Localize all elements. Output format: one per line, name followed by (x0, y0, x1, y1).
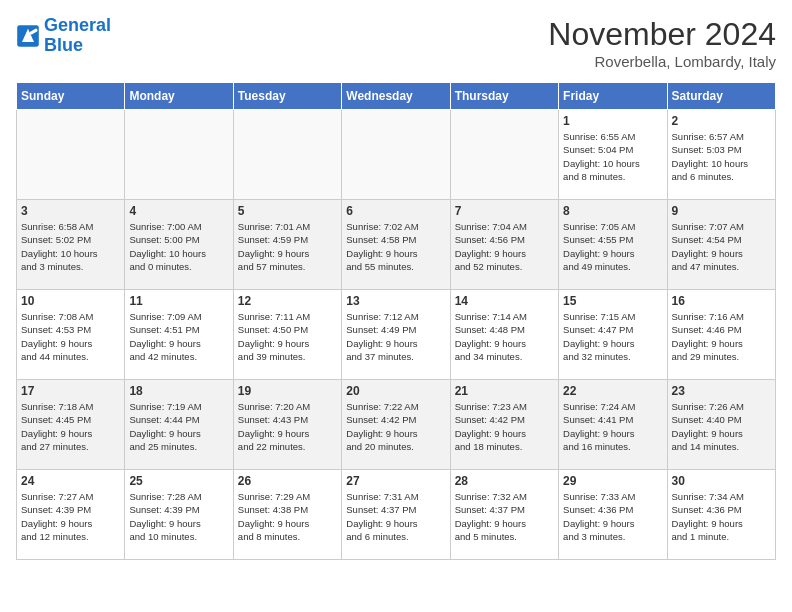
calendar-cell: 11Sunrise: 7:09 AM Sunset: 4:51 PM Dayli… (125, 290, 233, 380)
cell-info: Sunrise: 7:34 AM Sunset: 4:36 PM Dayligh… (672, 490, 771, 543)
day-number: 28 (455, 474, 554, 488)
day-header-monday: Monday (125, 83, 233, 110)
day-number: 27 (346, 474, 445, 488)
cell-info: Sunrise: 7:12 AM Sunset: 4:49 PM Dayligh… (346, 310, 445, 363)
day-number: 30 (672, 474, 771, 488)
day-number: 13 (346, 294, 445, 308)
cell-info: Sunrise: 7:26 AM Sunset: 4:40 PM Dayligh… (672, 400, 771, 453)
day-number: 4 (129, 204, 228, 218)
day-number: 19 (238, 384, 337, 398)
calendar-cell: 6Sunrise: 7:02 AM Sunset: 4:58 PM Daylig… (342, 200, 450, 290)
location: Roverbella, Lombardy, Italy (548, 53, 776, 70)
calendar-header-row: SundayMondayTuesdayWednesdayThursdayFrid… (17, 83, 776, 110)
day-number: 7 (455, 204, 554, 218)
cell-info: Sunrise: 6:57 AM Sunset: 5:03 PM Dayligh… (672, 130, 771, 183)
calendar-cell: 8Sunrise: 7:05 AM Sunset: 4:55 PM Daylig… (559, 200, 667, 290)
calendar-cell: 9Sunrise: 7:07 AM Sunset: 4:54 PM Daylig… (667, 200, 775, 290)
cell-info: Sunrise: 7:15 AM Sunset: 4:47 PM Dayligh… (563, 310, 662, 363)
day-header-saturday: Saturday (667, 83, 775, 110)
calendar-cell: 15Sunrise: 7:15 AM Sunset: 4:47 PM Dayli… (559, 290, 667, 380)
day-header-tuesday: Tuesday (233, 83, 341, 110)
calendar-week-row: 17Sunrise: 7:18 AM Sunset: 4:45 PM Dayli… (17, 380, 776, 470)
day-number: 9 (672, 204, 771, 218)
calendar-cell: 21Sunrise: 7:23 AM Sunset: 4:42 PM Dayli… (450, 380, 558, 470)
day-number: 3 (21, 204, 120, 218)
cell-info: Sunrise: 7:27 AM Sunset: 4:39 PM Dayligh… (21, 490, 120, 543)
day-header-sunday: Sunday (17, 83, 125, 110)
day-number: 10 (21, 294, 120, 308)
calendar-cell: 2Sunrise: 6:57 AM Sunset: 5:03 PM Daylig… (667, 110, 775, 200)
calendar-cell: 22Sunrise: 7:24 AM Sunset: 4:41 PM Dayli… (559, 380, 667, 470)
cell-info: Sunrise: 6:58 AM Sunset: 5:02 PM Dayligh… (21, 220, 120, 273)
day-header-thursday: Thursday (450, 83, 558, 110)
calendar-cell: 3Sunrise: 6:58 AM Sunset: 5:02 PM Daylig… (17, 200, 125, 290)
calendar-week-row: 24Sunrise: 7:27 AM Sunset: 4:39 PM Dayli… (17, 470, 776, 560)
calendar-cell: 24Sunrise: 7:27 AM Sunset: 4:39 PM Dayli… (17, 470, 125, 560)
day-number: 29 (563, 474, 662, 488)
cell-info: Sunrise: 7:05 AM Sunset: 4:55 PM Dayligh… (563, 220, 662, 273)
day-number: 17 (21, 384, 120, 398)
calendar-cell: 17Sunrise: 7:18 AM Sunset: 4:45 PM Dayli… (17, 380, 125, 470)
calendar-cell: 16Sunrise: 7:16 AM Sunset: 4:46 PM Dayli… (667, 290, 775, 380)
calendar-cell (233, 110, 341, 200)
calendar-week-row: 10Sunrise: 7:08 AM Sunset: 4:53 PM Dayli… (17, 290, 776, 380)
day-number: 22 (563, 384, 662, 398)
cell-info: Sunrise: 7:08 AM Sunset: 4:53 PM Dayligh… (21, 310, 120, 363)
cell-info: Sunrise: 7:01 AM Sunset: 4:59 PM Dayligh… (238, 220, 337, 273)
cell-info: Sunrise: 7:24 AM Sunset: 4:41 PM Dayligh… (563, 400, 662, 453)
calendar-cell (450, 110, 558, 200)
cell-info: Sunrise: 7:22 AM Sunset: 4:42 PM Dayligh… (346, 400, 445, 453)
calendar-cell: 28Sunrise: 7:32 AM Sunset: 4:37 PM Dayli… (450, 470, 558, 560)
day-number: 23 (672, 384, 771, 398)
cell-info: Sunrise: 7:28 AM Sunset: 4:39 PM Dayligh… (129, 490, 228, 543)
calendar-cell (17, 110, 125, 200)
day-number: 12 (238, 294, 337, 308)
calendar-cell: 23Sunrise: 7:26 AM Sunset: 4:40 PM Dayli… (667, 380, 775, 470)
calendar-cell (342, 110, 450, 200)
cell-info: Sunrise: 6:55 AM Sunset: 5:04 PM Dayligh… (563, 130, 662, 183)
cell-info: Sunrise: 7:04 AM Sunset: 4:56 PM Dayligh… (455, 220, 554, 273)
day-number: 21 (455, 384, 554, 398)
calendar-cell: 18Sunrise: 7:19 AM Sunset: 4:44 PM Dayli… (125, 380, 233, 470)
calendar-cell: 20Sunrise: 7:22 AM Sunset: 4:42 PM Dayli… (342, 380, 450, 470)
day-number: 8 (563, 204, 662, 218)
day-header-friday: Friday (559, 83, 667, 110)
logo-name-blue: Blue (44, 35, 83, 55)
calendar-cell: 4Sunrise: 7:00 AM Sunset: 5:00 PM Daylig… (125, 200, 233, 290)
cell-info: Sunrise: 7:14 AM Sunset: 4:48 PM Dayligh… (455, 310, 554, 363)
day-number: 14 (455, 294, 554, 308)
calendar-week-row: 3Sunrise: 6:58 AM Sunset: 5:02 PM Daylig… (17, 200, 776, 290)
calendar-cell: 19Sunrise: 7:20 AM Sunset: 4:43 PM Dayli… (233, 380, 341, 470)
cell-info: Sunrise: 7:18 AM Sunset: 4:45 PM Dayligh… (21, 400, 120, 453)
day-header-wednesday: Wednesday (342, 83, 450, 110)
day-number: 25 (129, 474, 228, 488)
calendar-cell: 27Sunrise: 7:31 AM Sunset: 4:37 PM Dayli… (342, 470, 450, 560)
calendar-cell: 30Sunrise: 7:34 AM Sunset: 4:36 PM Dayli… (667, 470, 775, 560)
cell-info: Sunrise: 7:09 AM Sunset: 4:51 PM Dayligh… (129, 310, 228, 363)
title-block: November 2024 Roverbella, Lombardy, Ital… (548, 16, 776, 70)
month-title: November 2024 (548, 16, 776, 53)
day-number: 11 (129, 294, 228, 308)
cell-info: Sunrise: 7:31 AM Sunset: 4:37 PM Dayligh… (346, 490, 445, 543)
calendar-cell: 29Sunrise: 7:33 AM Sunset: 4:36 PM Dayli… (559, 470, 667, 560)
cell-info: Sunrise: 7:11 AM Sunset: 4:50 PM Dayligh… (238, 310, 337, 363)
day-number: 18 (129, 384, 228, 398)
calendar-cell: 13Sunrise: 7:12 AM Sunset: 4:49 PM Dayli… (342, 290, 450, 380)
day-number: 2 (672, 114, 771, 128)
calendar-cell (125, 110, 233, 200)
cell-info: Sunrise: 7:29 AM Sunset: 4:38 PM Dayligh… (238, 490, 337, 543)
logo-name-general: General (44, 15, 111, 35)
cell-info: Sunrise: 7:33 AM Sunset: 4:36 PM Dayligh… (563, 490, 662, 543)
calendar-week-row: 1Sunrise: 6:55 AM Sunset: 5:04 PM Daylig… (17, 110, 776, 200)
day-number: 24 (21, 474, 120, 488)
cell-info: Sunrise: 7:32 AM Sunset: 4:37 PM Dayligh… (455, 490, 554, 543)
cell-info: Sunrise: 7:07 AM Sunset: 4:54 PM Dayligh… (672, 220, 771, 273)
calendar-cell: 10Sunrise: 7:08 AM Sunset: 4:53 PM Dayli… (17, 290, 125, 380)
calendar-cell: 12Sunrise: 7:11 AM Sunset: 4:50 PM Dayli… (233, 290, 341, 380)
calendar-table: SundayMondayTuesdayWednesdayThursdayFrid… (16, 82, 776, 560)
calendar-cell: 7Sunrise: 7:04 AM Sunset: 4:56 PM Daylig… (450, 200, 558, 290)
cell-info: Sunrise: 7:23 AM Sunset: 4:42 PM Dayligh… (455, 400, 554, 453)
day-number: 5 (238, 204, 337, 218)
day-number: 1 (563, 114, 662, 128)
page-header: General Blue November 2024 Roverbella, L… (16, 16, 776, 70)
